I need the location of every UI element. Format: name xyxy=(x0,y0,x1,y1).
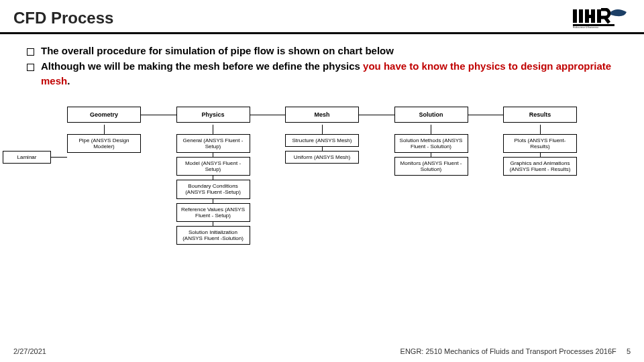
chart-node-monitors: Monitors (ANSYS Fluent - Solution) xyxy=(394,157,468,176)
chart-col-results: Plots (ANSYS Fluent- Results) Graphics a… xyxy=(503,125,577,245)
chart-node-physics: Physics xyxy=(176,107,250,123)
slide-header: CFD Process Hydroscience & Engineering xyxy=(0,0,644,34)
slide-title: CFD Process xyxy=(13,9,113,27)
chart-node-plots: Plots (ANSYS Fluent- Results) xyxy=(503,134,577,153)
chart-node-mesh: Mesh xyxy=(285,107,359,123)
chart-node-graphics: Graphics and Animations (ANSYS Fluent - … xyxy=(503,157,577,176)
chart-columns: Pipe (ANSYS Design Modeler) Laminar Gene… xyxy=(67,125,577,245)
svg-rect-1 xyxy=(579,9,583,23)
svg-rect-0 xyxy=(573,9,577,23)
bullet-list: The overall procedure for simulation of … xyxy=(0,34,644,95)
chart-node-results: Results xyxy=(503,107,577,123)
chart-node-general: General (ANSYS Fluent - Setup) xyxy=(176,134,250,153)
iihr-logo: Hydroscience & Engineering xyxy=(573,8,631,28)
chart-node-solution: Solution xyxy=(394,107,468,123)
footer-page-number: 5 xyxy=(627,347,631,355)
chart-connector-vertical xyxy=(213,125,213,134)
process-chart: Geometry Physics Mesh Solution Results P… xyxy=(67,107,577,245)
chart-node-uniform: Uniform (ANSYS Mesh) xyxy=(285,151,359,164)
chart-node-structure: Structure (ANSYS Mesh) xyxy=(285,134,359,147)
bullet-text: The overall procedure for simulation of … xyxy=(41,44,394,59)
bullet-text-plain: Although we will be making the mesh befo… xyxy=(41,60,363,72)
bullet-text: Although we will be making the mesh befo… xyxy=(41,59,625,89)
chart-col-solution: Solution Methods (ANSYS Fluent - Solutio… xyxy=(394,125,468,245)
chart-node-bc: Boundary Conditions (ANSYS Fluent -Setup… xyxy=(176,180,250,198)
footer-course: ENGR: 2510 Mechanics of Fluids and Trans… xyxy=(400,347,616,355)
checkbox-icon xyxy=(27,48,34,56)
svg-rect-4 xyxy=(591,9,595,23)
chart-node-methods: Solution Methods (ANSYS Fluent - Solutio… xyxy=(394,134,468,153)
chart-node-init: Solution Initialization (ANSYS Fluent -S… xyxy=(176,226,250,245)
footer-date: 2/27/2021 xyxy=(13,347,46,355)
svg-rect-5 xyxy=(597,9,601,23)
chart-connector-vertical xyxy=(540,125,541,134)
bullet-text-tail: . xyxy=(67,75,70,86)
chart-node-ref: Reference Values (ANSYS Fluent - Setup) xyxy=(176,203,250,222)
chart-node-geometry: Geometry xyxy=(67,107,141,123)
chart-col-geometry: Pipe (ANSYS Design Modeler) Laminar xyxy=(67,125,141,245)
bullet-item: Although we will be making the mesh befo… xyxy=(27,59,625,89)
chart-node-model: Model (ANSYS Fluent - Setup) xyxy=(176,157,250,176)
checkbox-icon xyxy=(27,64,34,71)
chart-node-laminar: Laminar xyxy=(3,151,51,164)
chart-connector-vertical xyxy=(431,125,431,134)
footer-right: ENGR: 2510 Mechanics of Fluids and Trans… xyxy=(400,347,631,355)
bullet-item: The overall procedure for simulation of … xyxy=(27,44,625,59)
slide-footer: 2/27/2021 ENGR: 2510 Mechanics of Fluids… xyxy=(0,347,644,355)
svg-text:Hydroscience & Engineering: Hydroscience & Engineering xyxy=(573,26,598,29)
chart-top-row: Geometry Physics Mesh Solution Results xyxy=(67,107,577,123)
chart-connector-vertical xyxy=(104,125,105,134)
chart-col-physics: General (ANSYS Fluent - Setup) Model (AN… xyxy=(176,125,250,245)
chart-node-pipe: Pipe (ANSYS Design Modeler) xyxy=(67,134,141,153)
chart-connector-horizontal xyxy=(51,157,67,158)
chart-connector-vertical xyxy=(322,125,323,134)
chart-col-mesh: Structure (ANSYS Mesh) Uniform (ANSYS Me… xyxy=(285,125,359,245)
chart-side-branch: Laminar xyxy=(3,151,67,164)
